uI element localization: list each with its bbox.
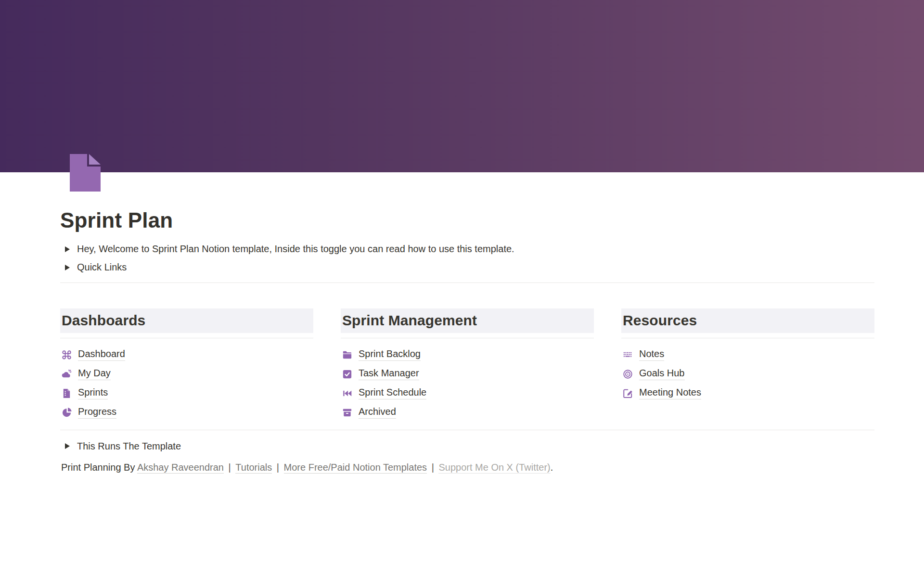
toggle-quick-links[interactable]: Quick Links [60, 258, 874, 277]
toggle-triangle-icon [65, 265, 70, 270]
keyboard-icon [622, 349, 633, 360]
rewind-icon [342, 388, 353, 399]
command-icon [61, 349, 72, 360]
page-link-notes[interactable]: Notes [621, 345, 874, 364]
toggle-triangle-icon [65, 246, 70, 252]
toggle-quick-links-label: Quick Links [77, 262, 127, 273]
page-link-label: Archived [359, 406, 396, 419]
column-header: Resources [621, 308, 874, 333]
link-list: Sprint BacklogTask ManagerSprint Schedul… [341, 345, 594, 422]
page-link-label: Notes [639, 348, 664, 361]
archive-icon [342, 407, 353, 418]
page-title: Sprint Plan [60, 172, 874, 233]
page-link-label: Goals Hub [639, 368, 685, 380]
page-link-label: Task Manager [359, 368, 419, 380]
sun-cloud-icon [61, 369, 72, 380]
page-link-sprint-backlog[interactable]: Sprint Backlog [341, 345, 594, 364]
document-lines-icon [61, 388, 72, 399]
page-link-label: Sprints [78, 387, 108, 399]
page-link-archived[interactable]: Archived [341, 403, 594, 422]
column-resources: ResourcesNotesGoals HubMeeting Notes [621, 308, 874, 423]
footer-link-tutorials[interactable]: Tutorials [235, 462, 272, 474]
page-link-sprint-schedule[interactable]: Sprint Schedule [341, 384, 594, 403]
toggle-welcome[interactable]: Hey, Welcome to Sprint Plan Notion templ… [60, 240, 874, 258]
page-link-label: My Day [78, 368, 111, 380]
credits-line: Print Planning By Akshay Raveendran | Tu… [60, 458, 874, 476]
footer-link-akshay-raveendran[interactable]: Akshay Raveendran [137, 462, 224, 474]
target-icon [622, 369, 633, 380]
toggle-welcome-label: Hey, Welcome to Sprint Plan Notion templ… [77, 244, 514, 255]
page-link-label: Dashboard [78, 348, 125, 361]
page-link-dashboard[interactable]: Dashboard [60, 345, 313, 364]
footer-link-more-free-paid-notion-templates[interactable]: More Free/Paid Notion Templates [284, 462, 427, 474]
column-sprint-management: Sprint ManagementSprint BacklogTask Mana… [341, 308, 594, 423]
page-content: Sprint Plan Hey, Welcome to Sprint Plan … [60, 172, 874, 476]
divider [60, 338, 313, 339]
footer-text: Print Planning By [61, 462, 137, 473]
edit-icon [622, 388, 633, 399]
link-list: DashboardMy DaySprintsProgress [60, 345, 313, 422]
checkbox-icon [342, 369, 353, 380]
footer-separator: | [224, 462, 235, 473]
page-link-label: Sprint Backlog [359, 348, 421, 361]
page-link-progress[interactable]: Progress [60, 403, 313, 422]
toggle-runs-template[interactable]: This Runs The Template [60, 437, 874, 455]
page-link-label: Meeting Notes [639, 387, 701, 399]
column-header: Dashboards [60, 308, 313, 333]
toggle-triangle-icon [65, 443, 70, 449]
folder-icon [342, 349, 353, 360]
page-link-meeting-notes[interactable]: Meeting Notes [621, 384, 874, 403]
page-link-label: Sprint Schedule [359, 387, 426, 399]
page-link-goals-hub[interactable]: Goals Hub [621, 364, 874, 384]
footer-separator: | [272, 462, 283, 473]
page-link-task-manager[interactable]: Task Manager [341, 364, 594, 384]
divider [60, 430, 874, 430]
page-link-sprints[interactable]: Sprints [60, 384, 313, 403]
page-link-label: Progress [78, 406, 116, 419]
footer-separator: | [427, 462, 438, 473]
link-list: NotesGoals HubMeeting Notes [621, 345, 874, 403]
divider [60, 282, 874, 283]
footer-link-support-me-on-x-twitter[interactable]: Support Me On X (Twitter) [438, 462, 550, 474]
column-header: Sprint Management [341, 308, 594, 333]
divider [341, 338, 594, 339]
page-link-my-day[interactable]: My Day [60, 364, 313, 384]
pie-chart-icon [61, 407, 72, 418]
divider [621, 338, 874, 339]
page-cover-gradient [0, 0, 924, 172]
footer-text: . [551, 462, 553, 473]
column-dashboards: DashboardsDashboardMy DaySprintsProgress [60, 308, 313, 423]
purple-document-icon[interactable] [70, 154, 101, 192]
link-columns: DashboardsDashboardMy DaySprintsProgress… [60, 308, 874, 423]
toggle-runs-template-label: This Runs The Template [77, 441, 181, 452]
